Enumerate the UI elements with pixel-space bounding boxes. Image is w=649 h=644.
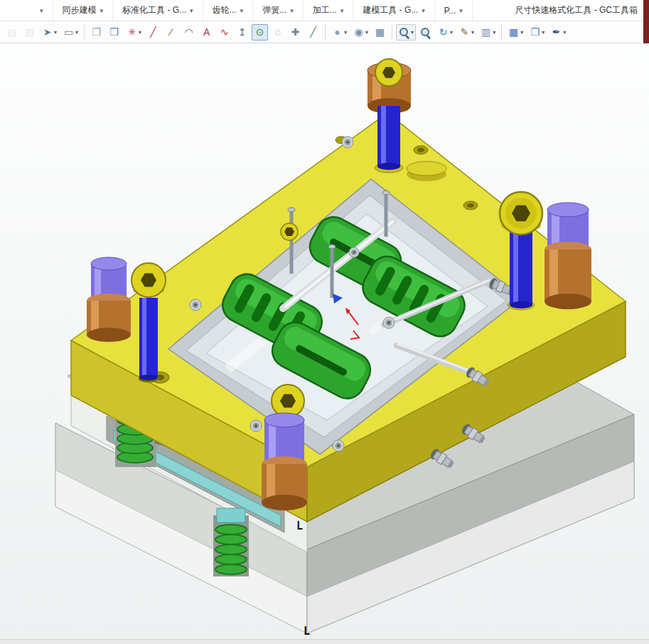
status-strip [0, 639, 649, 644]
assembly-cube-icon: ❒ [529, 26, 541, 38]
snap-point-icon[interactable]: ➤▾ [39, 24, 59, 41]
dropdown-arrow-icon: ▾ [240, 7, 244, 14]
menu-tab-synchronous-modeling-label: 同步建模 [63, 4, 97, 16]
menu-tab-modeling-tools-label: 建模工具 - G... [363, 4, 418, 16]
menu-stub[interactable]: ▾ [27, 0, 53, 21]
dropdown-arrow-icon: ▾ [493, 29, 495, 36]
circle-center-icon[interactable]: ⊙ [252, 24, 268, 41]
zoom-fit-icon [419, 26, 431, 38]
dropdown-arrow-icon: ▾ [422, 7, 425, 14]
guide-bushing-right[interactable] [545, 203, 591, 309]
format-brush-icon: ▨ [23, 26, 36, 38]
window-edge-accent [643, 0, 649, 44]
line-icon: ╱ [147, 26, 159, 38]
zoom-fit-icon[interactable] [417, 24, 434, 41]
marquee-select-icon: ▭ [63, 26, 75, 38]
toolbar-separator [325, 24, 326, 40]
sphere-icon[interactable]: ●▾ [329, 24, 349, 41]
point-plus-icon[interactable]: ✚ [287, 24, 304, 41]
paste-icon: ▤ [6, 26, 18, 38]
dropdown-arrow-icon: ▾ [340, 7, 344, 14]
fit-spline-icon[interactable]: A [198, 24, 215, 41]
dropdown-arrow-icon: ▾ [54, 29, 57, 36]
dropdown-arrow-icon: ▾ [190, 7, 193, 14]
annotation-icon[interactable]: ▥▾ [478, 24, 498, 41]
edit-display-icon[interactable]: ✎▾ [456, 24, 476, 41]
hex-bolt-small[interactable] [281, 223, 298, 240]
menu-tab-machining-label: 加工... [313, 4, 337, 16]
style-pen-icon: ✒ [550, 26, 562, 38]
return-spring-center[interactable] [215, 525, 247, 574]
part-table-icon[interactable]: ▦▾ [505, 24, 525, 41]
studio-spline-icon[interactable]: ∿ [216, 24, 232, 41]
3d-viewport[interactable]: L L [0, 43, 649, 643]
marquee-select-icon[interactable]: ▭▾ [60, 24, 80, 41]
menu-tab-modeling-tools[interactable]: 建模工具 - G...▾ [353, 0, 435, 21]
studio-spline-icon: ∿ [218, 26, 230, 38]
fit-spline-icon: A [200, 26, 213, 38]
dropdown-arrow-icon: ▾ [563, 29, 566, 36]
dropdown-arrow-icon: ▾ [471, 29, 474, 36]
datum-axis-icon[interactable]: ↥ [234, 24, 250, 41]
menu-tab-standard-tools-label: 标准化工具 - G... [122, 4, 186, 16]
sphere-icon: ● [331, 26, 343, 38]
datum-grid-icon: ▦ [374, 26, 386, 38]
line-icon[interactable]: ╱ [145, 24, 161, 41]
circle-center-icon: ⊙ [254, 26, 266, 38]
arc-icon: ◠ [183, 26, 195, 38]
menu-tab-gear[interactable]: 齿轮...▾ [203, 0, 254, 21]
dropdown-arrow-icon: ▾ [365, 29, 368, 36]
ellipse-icon[interactable]: ◌ [269, 24, 286, 41]
point-set-icon: ✳ [126, 26, 138, 38]
edit-display-icon: ✎ [458, 26, 471, 38]
graphics-window: L L [0, 43, 649, 643]
dropdown-arrow-icon: ▾ [459, 7, 463, 14]
dropdown-arrow-icon: ▾ [290, 7, 294, 14]
rotate-view-icon[interactable]: ↻▾ [435, 24, 455, 41]
menu-tab-more[interactable]: P...▾ [435, 0, 473, 21]
datum-grid-icon[interactable]: ▦ [372, 24, 388, 41]
dropdown-arrow-icon: ▾ [411, 29, 414, 36]
dropdown-arrow-icon: ▾ [100, 7, 104, 14]
format-brush-icon[interactable]: ▨ [21, 24, 38, 41]
blend-icon[interactable]: ◉▾ [350, 24, 370, 41]
menu-tab-more-label: P... [444, 6, 456, 16]
menu-tab-spring[interactable]: 弹簧...▾ [253, 0, 304, 21]
annotation-icon: ▥ [480, 26, 492, 38]
profile-line-icon[interactable]: ∕ [163, 24, 179, 41]
menu-label-gc-toolbox[interactable]: 尺寸快速格式化工具 - GC工具箱 [505, 0, 649, 21]
shaded-cube-icon: ❒ [108, 26, 120, 38]
ellipse-icon: ◌ [272, 26, 284, 38]
menu-label-gc-toolbox-label: 尺寸快速格式化工具 - GC工具箱 [515, 4, 638, 16]
extrude-cube-icon[interactable]: ❒ [88, 24, 104, 41]
sketch-line-icon[interactable]: ╱ [305, 24, 321, 41]
icon-toolbar: ▤▨➤▾▭▾❒❒✳▾╱∕◠A∿↥⊙◌✚╱●▾◉▾▦▾↻▾✎▾▥▾▦▾❒▾✒▾ [0, 21, 649, 43]
guide-bushing-left[interactable] [87, 257, 131, 342]
point-plus-icon: ✚ [289, 26, 301, 38]
rotate-view-icon: ↻ [437, 26, 449, 38]
blend-icon: ◉ [353, 26, 365, 38]
menu-tab-machining[interactable]: 加工...▾ [304, 0, 354, 21]
ejector-plate-cyan-2[interactable] [217, 508, 245, 522]
dropdown-arrow-icon: ▾ [520, 29, 523, 36]
paste-icon[interactable]: ▤ [4, 24, 20, 41]
dropdown-arrow-icon: ▾ [40, 7, 43, 14]
menu-tab-synchronous-modeling[interactable]: 同步建模▾ [53, 0, 114, 21]
assembly-cube-icon[interactable]: ❒▾ [527, 24, 547, 41]
zoom-window-icon [398, 26, 410, 38]
menu-tab-spring-label: 弹簧... [262, 4, 286, 16]
profile-line-icon: ∕ [165, 26, 177, 38]
corner-mark-lower: L [304, 625, 310, 638]
extrude-cube-icon: ❒ [90, 26, 102, 38]
menu-tab-standard-tools[interactable]: 标准化工具 - G...▾ [113, 0, 203, 21]
zoom-window-icon[interactable]: ▾ [396, 24, 416, 41]
dropdown-arrow-icon: ▾ [450, 29, 453, 36]
style-pen-icon[interactable]: ✒▾ [548, 24, 568, 41]
toolbar-separator [501, 24, 502, 40]
point-set-icon[interactable]: ✳▾ [124, 24, 144, 41]
sketch-line-icon: ╱ [307, 26, 319, 38]
part-table-icon: ▦ [508, 26, 520, 38]
arc-icon[interactable]: ◠ [181, 24, 197, 41]
shaded-cube-icon[interactable]: ❒ [106, 24, 122, 41]
dropdown-arrow-icon: ▾ [542, 29, 545, 36]
